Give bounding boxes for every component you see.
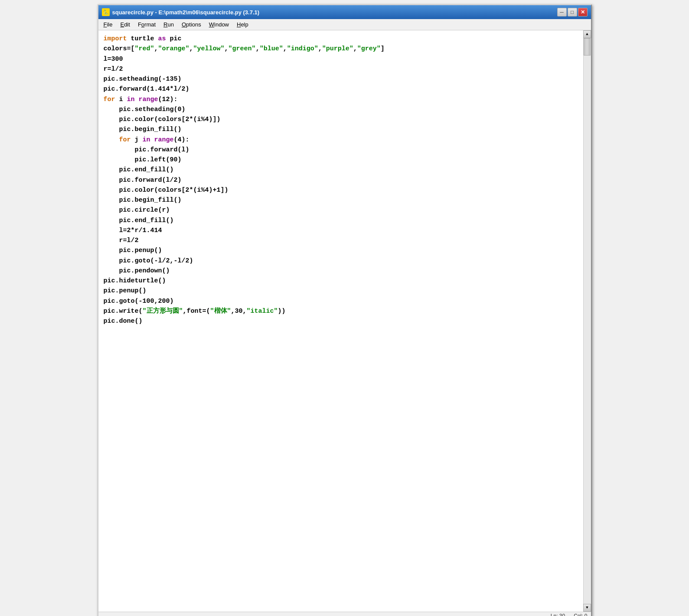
menu-format[interactable]: Format: [134, 20, 159, 29]
code-line-16: pic.color(colors[2*(i%4)+1]): [104, 185, 578, 195]
code-line-9: pic.color(colors[2*(i%4)]): [104, 115, 578, 125]
code-line-11: for j in range(4):: [104, 135, 578, 145]
code-line-22: pic.penup(): [104, 246, 578, 256]
code-line-26: pic.penup(): [104, 286, 578, 296]
menu-options[interactable]: Options: [178, 20, 205, 29]
code-line-17: pic.begin_fill(): [104, 195, 578, 205]
code-line-5: pic.setheading(-135): [104, 74, 578, 84]
menu-bar: File Edit Format Run Options Window Help: [98, 19, 591, 30]
code-line-15: pic.forward(l/2): [104, 175, 578, 185]
close-button[interactable]: ✕: [578, 8, 588, 16]
menu-run[interactable]: Run: [160, 20, 177, 29]
status-col: Col: 0: [574, 613, 587, 616]
window-controls: ─ □ ✕: [557, 8, 588, 16]
code-line-29: pic.done(): [104, 316, 578, 326]
code-line-27: pic.goto(-100,200): [104, 296, 578, 306]
maximize-button[interactable]: □: [568, 8, 577, 16]
scrollbar-vertical[interactable]: ▲ ▼: [583, 30, 591, 612]
code-line-10: pic.begin_fill(): [104, 125, 578, 134]
code-line-21: r=l/2: [104, 236, 578, 246]
code-line-18: pic.circle(r): [104, 205, 578, 215]
code-line-19: pic.end_fill(): [104, 216, 578, 226]
window-title: squarecircle.py - E:\pmath2\m06\squareci…: [112, 9, 260, 16]
code-line-14: pic.end_fill(): [104, 165, 578, 175]
menu-edit[interactable]: Edit: [117, 20, 133, 29]
code-line-7: for i in range(12):: [104, 95, 578, 105]
code-line-4: r=l/2: [104, 64, 578, 74]
code-line-24: pic.pendown(): [104, 266, 578, 276]
scroll-track[interactable]: [584, 38, 591, 604]
content-area: import turtle as pic colors=["red","oran…: [98, 30, 591, 612]
title-bar-left: 🐍 squarecircle.py - E:\pmath2\m06\square…: [102, 8, 260, 16]
scroll-thumb[interactable]: [584, 38, 591, 56]
code-line-23: pic.goto(-l/2,-l/2): [104, 256, 578, 266]
main-window: 🐍 squarecircle.py - E:\pmath2\m06\square…: [98, 4, 592, 616]
scroll-up-arrow[interactable]: ▲: [583, 30, 591, 38]
code-line-25: pic.hideturtle(): [104, 276, 578, 286]
title-bar: 🐍 squarecircle.py - E:\pmath2\m06\square…: [98, 5, 591, 19]
code-line-20: l=2*r/1.414: [104, 226, 578, 236]
code-line-1: import turtle as pic: [104, 34, 578, 44]
code-line-6: pic.forward(1.414*l/2): [104, 84, 578, 94]
code-line-12: pic.forward(l): [104, 145, 578, 155]
menu-file[interactable]: File: [100, 20, 116, 29]
code-line-30: [104, 326, 578, 336]
menu-help[interactable]: Help: [233, 20, 252, 29]
code-line-28: pic.write("正方形与圆",font=("楷体",30,"italic"…: [104, 306, 578, 316]
menu-window[interactable]: Window: [206, 20, 232, 29]
status-bar: Ln: 30 Col: 0: [98, 612, 591, 616]
code-line-3: l=300: [104, 54, 578, 64]
minimize-button[interactable]: ─: [557, 8, 567, 16]
status-line: Ln: 30: [551, 613, 565, 616]
code-line-2: colors=["red","orange","yellow","green",…: [104, 44, 578, 54]
code-line-13: pic.left(90): [104, 155, 578, 165]
scroll-down-arrow[interactable]: ▼: [583, 604, 591, 612]
code-editor[interactable]: import turtle as pic colors=["red","oran…: [98, 30, 583, 612]
app-icon-text: 🐍: [103, 10, 109, 15]
app-icon: 🐍: [102, 8, 110, 16]
code-line-8: pic.setheading(0): [104, 105, 578, 115]
